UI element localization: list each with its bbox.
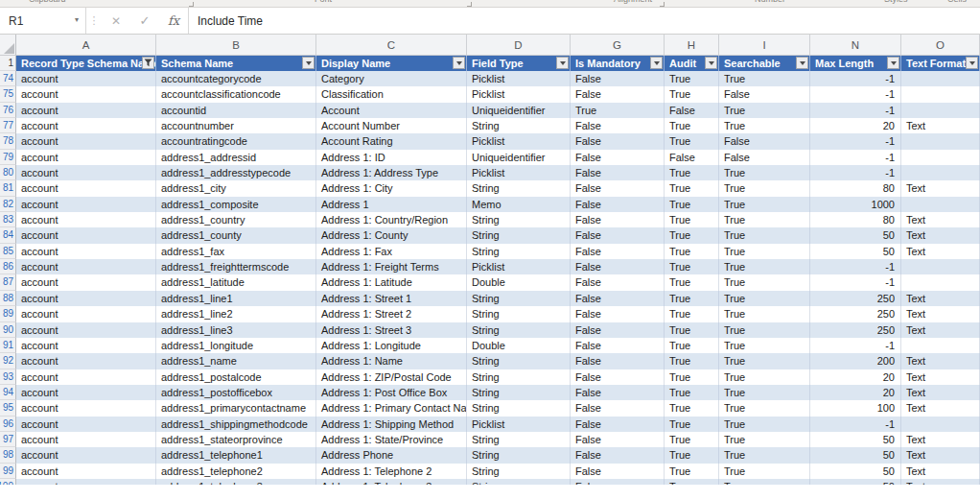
- filter-dropdown-icon[interactable]: [556, 57, 569, 69]
- cell[interactable]: 50: [810, 479, 901, 485]
- header-cell-D[interactable]: Field Type: [467, 56, 571, 71]
- cell[interactable]: True: [665, 244, 719, 259]
- filter-dropdown-icon[interactable]: [705, 57, 717, 69]
- cell[interactable]: 80: [810, 180, 901, 196]
- cell[interactable]: String: [467, 306, 571, 321]
- cell[interactable]: False: [571, 322, 665, 338]
- cell[interactable]: True: [665, 306, 719, 321]
- cell[interactable]: True: [665, 447, 719, 463]
- cell[interactable]: account: [16, 322, 156, 338]
- cell[interactable]: String: [467, 447, 571, 463]
- cell[interactable]: False: [571, 369, 665, 385]
- cell[interactable]: Memo: [467, 197, 571, 212]
- cell[interactable]: -1: [810, 417, 901, 432]
- cell[interactable]: False: [571, 464, 665, 479]
- cell[interactable]: Address 1: Freight Terms: [316, 259, 467, 274]
- cell[interactable]: 200: [810, 353, 901, 369]
- dialog-launcher-icon[interactable]: [189, 2, 194, 7]
- cell[interactable]: False: [571, 71, 665, 86]
- cell[interactable]: address1_fax: [156, 244, 316, 259]
- header-cell-H[interactable]: Audit: [665, 56, 719, 71]
- column-letter-O[interactable]: O: [901, 35, 980, 55]
- cell[interactable]: Address 1: Latitude: [316, 274, 467, 290]
- cell[interactable]: Address 1: Shipping Method: [316, 417, 467, 432]
- cell[interactable]: Text: [901, 291, 980, 306]
- cell[interactable]: Address 1: Telephone 2: [316, 464, 467, 479]
- cell[interactable]: String: [467, 400, 571, 416]
- cell[interactable]: Picklist: [467, 71, 571, 86]
- cell[interactable]: Picklist: [467, 133, 571, 149]
- cell[interactable]: True: [665, 338, 719, 353]
- row-number[interactable]: 88: [0, 291, 16, 306]
- cell[interactable]: Text: [901, 400, 980, 416]
- cell[interactable]: account: [16, 259, 156, 274]
- cell[interactable]: address1_freighttermscode: [156, 259, 316, 274]
- cell[interactable]: Text: [901, 369, 980, 385]
- cancel-icon[interactable]: ✕: [102, 8, 130, 34]
- cell[interactable]: True: [719, 118, 810, 133]
- cell[interactable]: accountclassificationcode: [156, 86, 316, 102]
- cell[interactable]: account: [16, 400, 156, 416]
- cell[interactable]: account: [16, 227, 156, 243]
- cell[interactable]: 20: [810, 118, 901, 133]
- cell[interactable]: True: [665, 165, 719, 180]
- cell[interactable]: False: [665, 103, 719, 118]
- header-cell-N[interactable]: Max Length: [810, 56, 901, 71]
- cell[interactable]: accountcategorycode: [156, 71, 316, 86]
- cell[interactable]: String: [467, 180, 571, 196]
- row-number[interactable]: 79: [0, 150, 16, 165]
- cell[interactable]: String: [467, 227, 571, 243]
- cell[interactable]: account: [16, 274, 156, 290]
- cell[interactable]: Classification: [316, 86, 467, 102]
- cell[interactable]: account: [16, 464, 156, 479]
- cell[interactable]: True: [571, 103, 665, 118]
- enter-icon[interactable]: ✓: [130, 8, 159, 34]
- cell[interactable]: address1_line2: [156, 306, 316, 321]
- cell[interactable]: Text: [901, 118, 980, 133]
- name-box[interactable]: R1 ▾: [0, 8, 86, 34]
- cell[interactable]: account: [16, 118, 156, 133]
- cell[interactable]: -1: [810, 165, 901, 180]
- cell[interactable]: Address 1: ID: [316, 150, 467, 165]
- cell[interactable]: account: [16, 212, 156, 227]
- cell[interactable]: False: [571, 447, 665, 463]
- cell[interactable]: Text: [901, 479, 980, 485]
- cell[interactable]: accountnumber: [156, 118, 316, 133]
- row-number[interactable]: 76: [0, 103, 16, 118]
- cell[interactable]: False: [719, 150, 810, 165]
- cell[interactable]: 80: [810, 212, 901, 227]
- cell[interactable]: address1_latitude: [156, 274, 316, 290]
- cell[interactable]: address1_shippingmethodcode: [156, 417, 316, 432]
- filter-dropdown-icon[interactable]: [302, 57, 315, 69]
- cell[interactable]: True: [665, 479, 719, 485]
- cell[interactable]: True: [719, 103, 810, 118]
- header-cell-I[interactable]: Searchable: [719, 56, 810, 71]
- cell[interactable]: Text: [901, 227, 980, 243]
- cell[interactable]: True: [665, 133, 719, 149]
- cell[interactable]: -1: [810, 133, 901, 149]
- cell[interactable]: 20: [810, 369, 901, 385]
- cell[interactable]: True: [665, 86, 719, 102]
- cell[interactable]: Address 1: Country/Region: [316, 212, 467, 227]
- cell[interactable]: String: [467, 353, 571, 369]
- header-cell-C[interactable]: Display Name: [316, 56, 467, 71]
- cell[interactable]: account: [16, 479, 156, 485]
- cell[interactable]: True: [719, 479, 810, 485]
- cell[interactable]: Text: [901, 212, 980, 227]
- cell[interactable]: [901, 338, 980, 353]
- cell[interactable]: Uniqueidentifier: [467, 150, 571, 165]
- cell[interactable]: True: [719, 244, 810, 259]
- row-number[interactable]: 99: [0, 464, 16, 479]
- filter-dropdown-icon[interactable]: [650, 57, 663, 69]
- formula-bar-drag-handle[interactable]: ⋮: [86, 8, 102, 34]
- cell[interactable]: False: [571, 118, 665, 133]
- cell[interactable]: False: [571, 227, 665, 243]
- cell[interactable]: address1_longitude: [156, 338, 316, 353]
- cell[interactable]: Picklist: [467, 86, 571, 102]
- cell[interactable]: String: [467, 118, 571, 133]
- cell[interactable]: False: [571, 479, 665, 485]
- cell[interactable]: address1_telephone3: [156, 479, 316, 485]
- cell[interactable]: 100: [810, 400, 901, 416]
- cell[interactable]: address1_postalcode: [156, 369, 316, 385]
- column-letter-N[interactable]: N: [810, 35, 901, 55]
